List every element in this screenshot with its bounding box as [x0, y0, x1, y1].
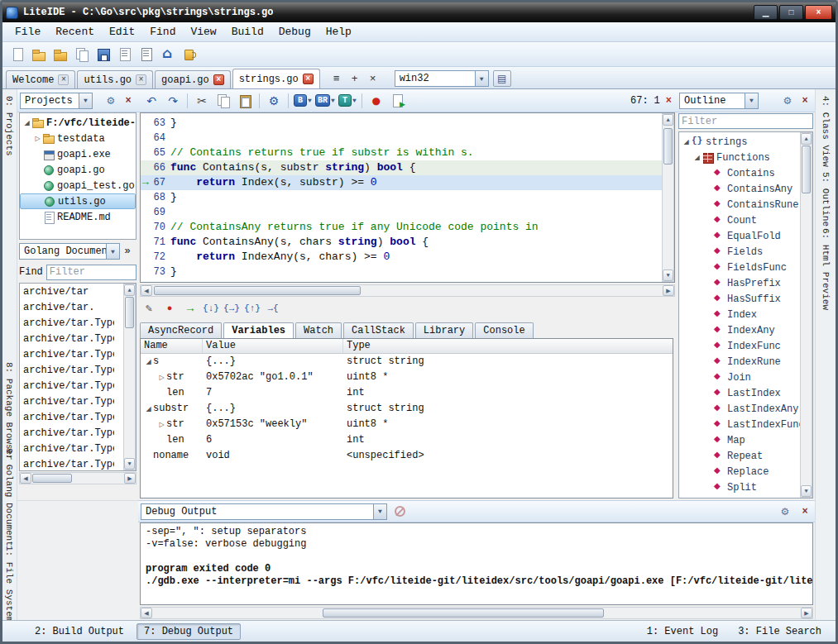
doc-list[interactable]: archive/tararchive/tar.archive/tar.TypeB…: [19, 283, 136, 471]
menu-debug[interactable]: Debug: [271, 24, 318, 40]
scroll-up-icon[interactable]: ▲: [801, 133, 812, 145]
code-line-68[interactable]: 68}: [141, 190, 674, 205]
outline-item-contains[interactable]: Contains: [679, 165, 812, 181]
expanded-icon[interactable]: ◢: [22, 119, 31, 126]
add-editor-button[interactable]: +: [347, 70, 363, 87]
minimize-button[interactable]: ▁: [754, 5, 778, 20]
scroll-up-icon[interactable]: ▲: [663, 114, 673, 126]
outline-item-lastindexfunc[interactable]: LastIndexFunc: [679, 417, 812, 432]
scroll-right-icon[interactable]: ▶: [124, 473, 136, 484]
outline-tree[interactable]: ◢strings◢FunctionsContainsContainsAnyCon…: [678, 131, 813, 499]
doc-item-2[interactable]: archive/tar.TypeBlock: [22, 316, 114, 332]
code-line-63[interactable]: 63}: [141, 116, 674, 131]
save-file-button[interactable]: [72, 45, 92, 64]
dock-5-outline[interactable]: 5: Outline: [820, 169, 831, 230]
var-row-substr-3[interactable]: ◢substr{...}struct string: [141, 401, 673, 417]
close-button[interactable]: ×: [805, 5, 832, 20]
outline-item-fields[interactable]: Fields: [679, 244, 812, 260]
doc-item-3[interactable]: archive/tar.TypeChar: [22, 332, 114, 347]
scroll-down-icon[interactable]: ▼: [801, 485, 812, 497]
outline-item-count[interactable]: Count: [679, 212, 812, 228]
projects-combo[interactable]: Projects ▼: [20, 93, 93, 109]
dock-9-golang-document[interactable]: 9: Golang Document: [3, 445, 15, 550]
doc-item-8[interactable]: archive/tar.TypeReg: [22, 410, 114, 426]
var-row-len-5[interactable]: len6int: [141, 432, 673, 448]
target-combo[interactable]: win32 ▼: [395, 70, 489, 87]
doc-item-7[interactable]: archive/tar.TypeLink: [22, 394, 114, 410]
outline-item-fieldsfunc[interactable]: FieldsFunc: [679, 260, 812, 275]
gear-button[interactable]: ⚙: [264, 91, 284, 111]
menu-help[interactable]: Help: [318, 24, 359, 40]
save-all-button[interactable]: [93, 45, 113, 64]
dock-0-projects[interactable]: 0: Projects: [3, 93, 15, 160]
modify-record-button[interactable]: ✎: [140, 300, 158, 317]
outline-item-splitafter[interactable]: SplitAfter: [679, 495, 812, 499]
code-line-69[interactable]: 69: [141, 205, 674, 220]
doc-item-0[interactable]: archive/tar: [22, 284, 114, 300]
menu-view[interactable]: View: [183, 24, 223, 40]
output-pane-combo[interactable]: Debug Output ▼: [141, 503, 387, 520]
scroll-left-icon[interactable]: ◀: [20, 473, 31, 484]
outline-item-lastindex[interactable]: LastIndex: [679, 385, 812, 401]
expanded-icon[interactable]: ◢: [682, 138, 691, 145]
gutter-73[interactable]: 73: [141, 265, 170, 279]
project-item-f-vfc-liteide-git[interactable]: ◢F:/vfc/liteide-git: [20, 115, 136, 131]
code-line-66[interactable]: 66func Contains(s, substr string) bool {: [141, 160, 674, 175]
scroll-down-icon[interactable]: ▼: [663, 270, 673, 281]
doc-list-hscrollbar[interactable]: ◀ ▶: [19, 472, 136, 484]
home-button[interactable]: [158, 45, 178, 64]
outline-item-indexrune[interactable]: IndexRune: [679, 354, 812, 370]
debug-tab-callstack[interactable]: CallStack: [343, 322, 414, 338]
gutter-68[interactable]: 68: [141, 190, 170, 205]
titlebar[interactable]: LiteIDE - C:\Go\src\pkg\strings\strings.…: [2, 2, 836, 22]
code-line-70[interactable]: 70// ContainsAny returns true if any Uni…: [141, 220, 674, 235]
tab-strings-go[interactable]: strings.go×: [232, 69, 320, 88]
outline-item-replace[interactable]: Replace: [679, 464, 812, 479]
doc-overflow-button[interactable]: »: [120, 244, 135, 259]
editor-list-button[interactable]: ≡: [328, 70, 345, 87]
clear-output-button[interactable]: [392, 504, 407, 519]
tab-close-icon[interactable]: ×: [136, 74, 146, 85]
outline-item-index[interactable]: Index: [679, 307, 812, 322]
status-1-event-log[interactable]: 1: Event Log: [639, 623, 725, 640]
outline-vscroll-thumb[interactable]: [802, 145, 811, 193]
status-3-file-search[interactable]: 3: File Search: [730, 623, 829, 640]
step-over-button[interactable]: {→}: [223, 300, 241, 317]
outline-item-functions[interactable]: ◢Functions: [679, 150, 812, 165]
undo-button[interactable]: ↶: [141, 91, 161, 111]
code-line-65[interactable]: 65// Contains returns true if substr is …: [141, 145, 674, 160]
collapsed-icon[interactable]: ▷: [157, 370, 166, 385]
projects-tree[interactable]: ◢F:/vfc/liteide-git▷testdatagoapi.exegoa…: [19, 112, 136, 240]
outline-combo[interactable]: Outline ▼: [679, 93, 759, 109]
gutter-67[interactable]: →67: [141, 175, 170, 190]
debug-tab-asyncrecord[interactable]: AsyncRecord: [140, 322, 222, 338]
var-row-len-2[interactable]: len7int: [141, 385, 673, 401]
expanded-icon[interactable]: ◢: [144, 354, 153, 370]
expanded-icon[interactable]: ◢: [144, 401, 153, 417]
doc-item-4[interactable]: archive/tar.TypeCont: [22, 347, 114, 363]
project-item-goapi-test-go[interactable]: goapi_test.go: [20, 178, 136, 193]
scroll-left-icon[interactable]: ◀: [141, 608, 152, 618]
scroll-up-icon[interactable]: ▲: [124, 284, 135, 296]
project-item-testdata[interactable]: ▷testdata: [20, 131, 136, 146]
outline-item-repeat[interactable]: Repeat: [679, 448, 812, 464]
outline-item-lastindexany[interactable]: LastIndexAny: [679, 401, 812, 417]
project-item-utils-go[interactable]: utils.go: [20, 193, 136, 209]
redo-button[interactable]: ↷: [163, 91, 183, 111]
paste-button[interactable]: [235, 91, 255, 111]
output-hscrollbar[interactable]: ◀ ▶: [140, 607, 813, 619]
status-7-debug-output[interactable]: 7: Debug Output: [136, 623, 241, 640]
scroll-right-icon[interactable]: ▶: [663, 285, 674, 296]
debug-tab-watch[interactable]: Watch: [295, 322, 342, 338]
gutter-65[interactable]: 65: [141, 145, 170, 160]
tab-close-icon[interactable]: ×: [213, 74, 224, 85]
run-file-button[interactable]: [388, 91, 408, 111]
dock-4-class-view[interactable]: 4: Class View: [820, 93, 831, 170]
scroll-left-icon[interactable]: ◀: [141, 285, 152, 296]
outline-close-button[interactable]: ×: [797, 93, 812, 108]
build-b-button[interactable]: B▼: [293, 91, 313, 111]
dock-1-file-system[interactable]: 1: File System: [3, 542, 15, 625]
code-line-73[interactable]: 73}: [141, 265, 674, 279]
output-gear-button[interactable]: ⚙: [778, 504, 793, 519]
projects-close-button[interactable]: ×: [121, 93, 136, 108]
